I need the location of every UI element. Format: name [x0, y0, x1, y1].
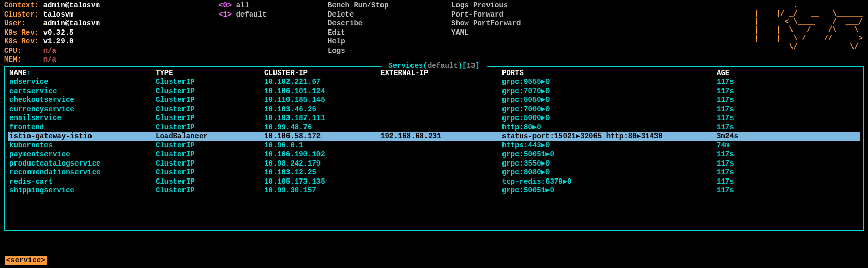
hotkey-desc: Port-Forward [451, 10, 555, 20]
table-row[interactable]: checkoutserviceClusterIP10.110.185.145gr… [8, 96, 860, 105]
cell-name: shippingservice [8, 186, 156, 196]
cluster-label: Cluster: [4, 10, 39, 19]
col-cluster-ip[interactable]: CLUSTER-IP [264, 69, 380, 78]
cell-type: ClusterIP [156, 96, 264, 105]
cell-age: 117s [717, 168, 860, 177]
cell-age: 117s [717, 150, 860, 159]
table-row[interactable]: cartserviceClusterIP10.106.101.124grpc:7… [8, 87, 860, 96]
breadcrumb: <service> [5, 256, 47, 265]
header: Context: admin@talosvm Cluster: talosvm … [4, 1, 864, 65]
hotkey-desc: default [236, 10, 267, 19]
hotkey-desc: Delete [328, 10, 400, 20]
hotkey-desc: all [236, 1, 249, 9]
cell-cluster-ip: 10.103.187.111 [264, 114, 380, 123]
cpu-value: n/a [43, 47, 56, 55]
k9srev-label: K9s Rev: [4, 28, 39, 37]
table-row[interactable]: recommendationserviceClusterIP10.103.12.… [8, 168, 860, 177]
cell-external-ip: 192.168.68.231 [380, 132, 502, 141]
cell-type: LoadBalancer [156, 132, 264, 141]
cell-ports: http:80►0 [502, 123, 717, 132]
cell-cluster-ip: 10.110.185.145 [264, 96, 380, 105]
cluster-value: talosvm [43, 10, 74, 19]
cell-age: 117s [717, 123, 860, 132]
cell-external-ip [380, 105, 502, 114]
cell-ports: grpc:50051►0 [502, 150, 717, 159]
hotkey-desc: Logs Previous [451, 1, 555, 10]
cell-external-ip [380, 114, 502, 123]
k9srev-value: v0.32.5 [43, 28, 74, 37]
table-row[interactable]: adserviceClusterIP10.102.221.67grpc:9555… [8, 78, 860, 87]
user-label: User: [4, 19, 26, 27]
cell-name: checkoutservice [8, 96, 156, 105]
hotkey-desc: Help [328, 37, 400, 47]
cell-name: paymentservice [8, 150, 156, 159]
col-type[interactable]: TYPE [156, 69, 264, 78]
sort-arrow-icon: ↑ [27, 69, 31, 77]
cell-age: 117s [717, 87, 860, 96]
cell-external-ip [380, 186, 502, 196]
cell-ports: grpc:7070►0 [502, 87, 717, 96]
context-label: Context: [4, 1, 39, 9]
table-row[interactable]: paymentserviceClusterIP10.106.190.102grp… [8, 150, 860, 159]
table-row[interactable]: emailserviceClusterIP10.103.187.111grpc:… [8, 114, 860, 123]
cluster-info: Context: admin@talosvm Cluster: talosvm … [4, 1, 219, 65]
user-value: admin@talosvm [43, 19, 100, 27]
hotkey-desc: Describe [328, 19, 400, 28]
cell-ports: grpc:9555►0 [502, 78, 717, 87]
cell-age: 117s [717, 96, 860, 105]
cell-ports: grpc:50051►0 [502, 186, 717, 196]
cell-cluster-ip: 10.103.12.25 [264, 168, 380, 177]
hotkey-desc: Bench Run/Stop [328, 1, 400, 10]
col-name[interactable]: NAME [9, 69, 27, 77]
cell-external-ip [380, 177, 502, 187]
table-row[interactable]: shippingserviceClusterIP10.99.30.157grpc… [8, 186, 860, 196]
hotkey: <1> [219, 10, 232, 19]
cell-external-ip [380, 168, 502, 177]
cell-cluster-ip: 10.103.46.26 [264, 105, 380, 114]
cell-ports: grpc:8080►0 [502, 168, 717, 177]
table-row[interactable]: frontendClusterIP10.99.48.76http:80►0117… [8, 123, 860, 132]
table-row[interactable]: currencyserviceClusterIP10.103.46.26grpc… [8, 105, 860, 114]
cell-type: ClusterIP [156, 186, 264, 196]
k8srev-value: v1.29.0 [43, 37, 74, 46]
cell-cluster-ip: 10.98.242.179 [264, 159, 380, 169]
mem-value: n/a [43, 55, 56, 64]
services-panel: Services(default)[13] NAME↑ TYPE CLUSTER… [4, 66, 864, 231]
cell-cluster-ip: 10.102.221.67 [264, 78, 380, 87]
cell-external-ip [380, 159, 502, 169]
cell-external-ip [380, 150, 502, 159]
table-row[interactable]: kubernetesClusterIP10.96.0.1https:443►07… [8, 141, 860, 151]
services-table[interactable]: NAME↑ TYPE CLUSTER-IP EXTERNAL-IP PORTS … [5, 67, 863, 196]
cell-ports: https:443►0 [502, 141, 717, 151]
cell-name: istio-gateway-istio [8, 132, 156, 141]
cell-age: 117s [717, 186, 860, 196]
cell-name: emailservice [8, 114, 156, 123]
cell-type: ClusterIP [156, 177, 264, 187]
cell-name: productcatalogservice [8, 159, 156, 169]
cell-age: 117s [717, 78, 860, 87]
hotkey-desc: Edit [328, 28, 400, 38]
cell-age: 74m [717, 141, 860, 151]
cell-age: 117s [717, 105, 860, 114]
cell-ports: grpc:3550►0 [502, 159, 717, 169]
cell-type: ClusterIP [156, 87, 264, 96]
col-ports[interactable]: PORTS [502, 69, 717, 78]
cell-name: adservice [8, 78, 156, 87]
cell-cluster-ip: 10.106.190.102 [264, 150, 380, 159]
hotkey-desc: YAML [451, 28, 555, 38]
table-row[interactable]: redis-cartClusterIP10.105.173.135tcp-red… [8, 177, 860, 187]
cell-ports: grpc:5000►0 [502, 114, 717, 123]
cell-external-ip [380, 141, 502, 151]
table-row[interactable]: productcatalogserviceClusterIP10.98.242.… [8, 159, 860, 169]
cell-ports: grpc:7000►0 [502, 105, 717, 114]
cell-type: ClusterIP [156, 105, 264, 114]
cell-type: ClusterIP [156, 123, 264, 132]
cell-name: redis-cart [8, 177, 156, 187]
cell-name: cartservice [8, 87, 156, 96]
table-row[interactable]: istio-gateway-istioLoadBalancer10.106.58… [8, 132, 860, 141]
cell-cluster-ip: 10.106.101.124 [264, 87, 380, 96]
cell-ports: grpc:5050►0 [502, 96, 717, 105]
cell-type: ClusterIP [156, 150, 264, 159]
cpu-label: CPU: [4, 47, 22, 55]
col-age[interactable]: AGE [717, 69, 860, 78]
